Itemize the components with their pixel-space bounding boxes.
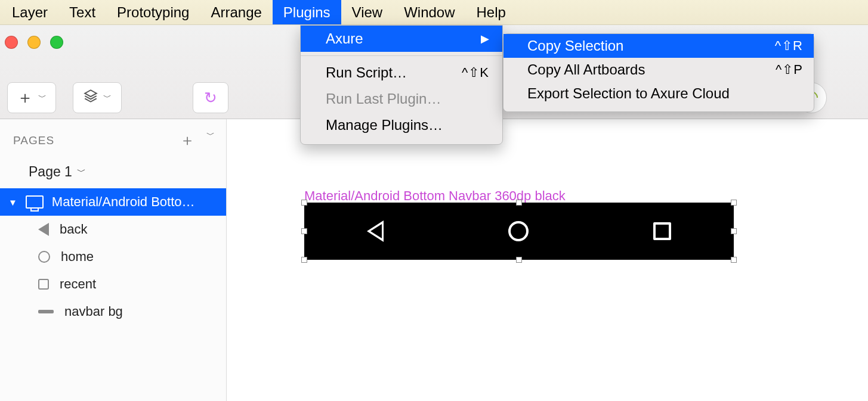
artboard-title[interactable]: Material/Android Bottom Navbar 360dp bla… — [304, 188, 566, 204]
menu-item-label: Axure — [326, 30, 363, 47]
page-selector[interactable]: Page 1 ﹀ — [0, 156, 226, 188]
menu-window[interactable]: Window — [393, 0, 465, 24]
disclosure-triangle-icon[interactable]: ▼ — [8, 197, 17, 207]
keyboard-shortcut: ^⇧K — [462, 65, 489, 80]
create-symbol-button[interactable]: ↻ — [193, 82, 228, 113]
canvas[interactable]: Material/Android Bottom Navbar 360dp bla… — [227, 119, 868, 401]
minimize-window-button[interactable] — [27, 36, 41, 49]
submenu-arrow-icon: ▶ — [481, 32, 489, 45]
selection-handle[interactable] — [301, 200, 307, 206]
menu-item-label: Copy All Artboards — [527, 61, 645, 78]
layer-back[interactable]: back — [0, 216, 226, 243]
artboard-icon — [26, 195, 44, 209]
menu-view[interactable]: View — [341, 0, 394, 24]
insert-button[interactable]: ＋ ﹀ — [7, 82, 56, 113]
android-back-icon — [367, 220, 384, 242]
keyboard-shortcut: ^⇧R — [775, 38, 803, 54]
menu-item-label: Run Last Plugin… — [326, 91, 441, 107]
plugins-dropdown: Axure ▶ Run Script… ^⇧K Run Last Plugin…… — [300, 25, 503, 145]
menu-text[interactable]: Text — [58, 0, 106, 24]
android-recent-icon — [653, 222, 671, 240]
layer-label: navbar bg — [64, 304, 123, 319]
selection-handle[interactable] — [516, 257, 522, 263]
layer-home[interactable]: home — [0, 243, 226, 271]
close-window-button[interactable] — [5, 36, 18, 49]
menu-layer[interactable]: Layer — [1, 0, 58, 24]
window-controls — [5, 36, 63, 49]
sync-icon: ↻ — [204, 89, 217, 107]
data-button[interactable]: ﹀ — [73, 82, 122, 113]
current-page-label: Page 1 — [29, 164, 72, 180]
pages-title: PAGES — [13, 134, 54, 147]
keyboard-shortcut: ^⇧P — [776, 62, 803, 77]
artboard[interactable] — [304, 203, 734, 260]
chevron-down-icon: ﹀ — [77, 166, 86, 178]
square-icon — [38, 279, 49, 290]
layers-icon — [83, 88, 98, 107]
android-home-icon — [508, 221, 529, 241]
plugins-menu-run-last: Run Last Plugin… — [301, 86, 502, 112]
menu-item-label: Export Selection to Axure Cloud — [527, 85, 730, 102]
menu-item-label: Copy Selection — [527, 38, 623, 54]
chevron-down-icon: ﹀ — [38, 92, 47, 103]
selection-handle[interactable] — [731, 200, 737, 206]
artboard-name: Material/Android Botto… — [52, 194, 195, 210]
axure-submenu: Copy Selection ^⇧R Copy All Artboards ^⇧… — [503, 33, 814, 112]
plugins-menu-manage[interactable]: Manage Plugins… — [301, 112, 502, 138]
selection-handle[interactable] — [731, 228, 737, 234]
plus-icon: ＋ — [17, 86, 33, 109]
menu-item-label: Run Script… — [326, 64, 407, 81]
plugins-menu-run-script[interactable]: Run Script… ^⇧K — [301, 60, 502, 86]
svg-marker-0 — [85, 90, 97, 97]
axure-copy-all-artboards[interactable]: Copy All Artboards ^⇧P — [503, 58, 814, 82]
circle-icon — [38, 251, 50, 263]
add-page-button[interactable]: ＋ — [180, 130, 196, 151]
sidebar: PAGES ＋ ﹀ Page 1 ﹀ ▼ Material/Android Bo… — [0, 119, 227, 401]
menu-separator — [301, 55, 502, 56]
triangle-back-icon — [38, 223, 49, 236]
rect-icon — [38, 310, 54, 313]
chevron-down-icon: ﹀ — [103, 92, 112, 103]
layer-navbar-bg[interactable]: navbar bg — [0, 298, 226, 325]
menu-prototyping[interactable]: Prototyping — [106, 0, 200, 24]
axure-export-cloud[interactable]: Export Selection to Axure Cloud — [503, 82, 814, 105]
axure-copy-selection[interactable]: Copy Selection ^⇧R — [503, 34, 814, 58]
selection-handle[interactable] — [301, 257, 307, 263]
selection-handle[interactable] — [301, 228, 307, 234]
sidebar-artboard-row[interactable]: ▼ Material/Android Botto… — [0, 188, 226, 216]
menu-item-label: Manage Plugins… — [326, 117, 443, 133]
layer-label: recent — [60, 276, 96, 292]
plugins-menu-axure[interactable]: Axure ▶ — [301, 26, 502, 52]
pages-menu-button[interactable]: ﹀ — [206, 130, 215, 151]
menu-arrange[interactable]: Arrange — [200, 0, 272, 24]
zoom-window-button[interactable] — [50, 36, 63, 49]
selection-handle[interactable] — [731, 257, 737, 263]
menu-plugins[interactable]: Plugins — [273, 0, 341, 24]
menu-help[interactable]: Help — [466, 0, 517, 24]
layer-recent[interactable]: recent — [0, 271, 226, 298]
menubar: Layer Text Prototyping Arrange Plugins V… — [0, 0, 868, 25]
selection-handle[interactable] — [516, 200, 522, 206]
pages-panel-header: PAGES ＋ ﹀ — [0, 119, 226, 156]
layer-label: home — [61, 249, 94, 265]
layer-label: back — [60, 222, 87, 237]
